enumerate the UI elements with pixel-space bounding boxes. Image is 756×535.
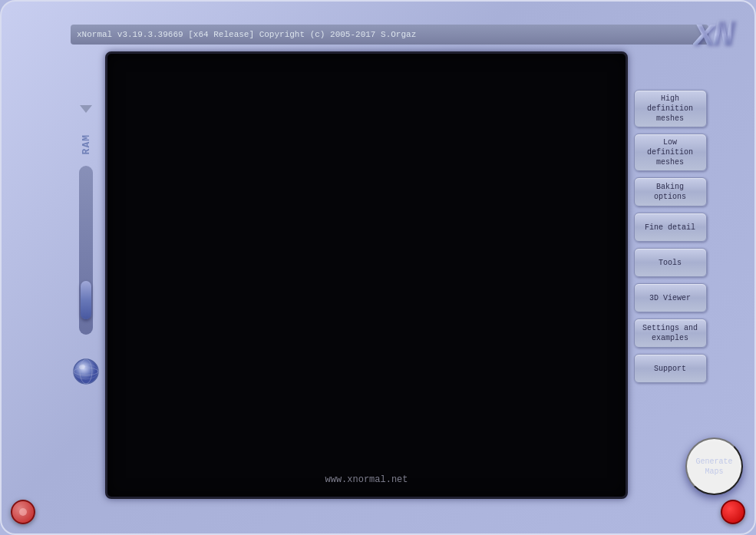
ram-label: RAM [81, 134, 92, 154]
canvas-area: www.xnormal.net [105, 51, 628, 499]
baking-options-button[interactable]: Baking options [634, 177, 707, 206]
app-window: xNormal v3.19.3.39669 [x64 Release] Copy… [0, 0, 756, 535]
title-bar-text: xNormal v3.19.3.39669 [x64 Release] Copy… [77, 30, 416, 39]
title-bar: xNormal v3.19.3.39669 [x64 Release] Copy… [71, 25, 708, 45]
ram-slider[interactable] [79, 166, 93, 335]
main-content: RAM [67, 51, 712, 499]
3d-viewer-button[interactable]: 3D Viewer [634, 283, 707, 312]
generate-maps-button[interactable]: Generate Maps [685, 438, 743, 495]
tools-button[interactable]: Tools [634, 248, 707, 277]
right-panel: High definition meshes Low definition me… [628, 51, 712, 499]
globe-icon [72, 358, 100, 385]
left-panel: RAM [67, 51, 105, 499]
quit-button[interactable] [721, 500, 745, 524]
settings-examples-button[interactable]: Settings and examples [634, 319, 707, 348]
close-button[interactable] [11, 500, 35, 524]
scroll-down-icon[interactable] [75, 97, 97, 119]
logo-text: xN [693, 14, 731, 55]
low-def-meshes-button[interactable]: Low definition meshes [634, 134, 707, 171]
support-button[interactable]: Support [634, 354, 707, 383]
canvas-url: www.xnormal.net [325, 474, 408, 485]
high-def-meshes-button[interactable]: High definition meshes [634, 90, 707, 127]
close-button-inner [19, 508, 27, 516]
svg-point-1 [74, 359, 98, 384]
svg-marker-0 [80, 105, 92, 113]
fine-detail-button[interactable]: Fine detail [634, 213, 707, 242]
slider-thumb [81, 281, 91, 319]
